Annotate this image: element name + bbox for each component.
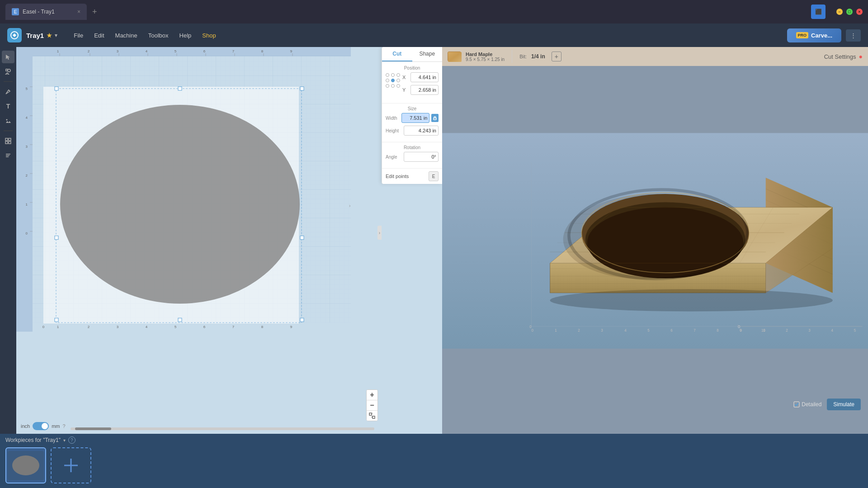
svg-text:4: 4 [26,116,28,120]
workpieces-header: Workpieces for "Tray1" ▾ ? [5,436,863,444]
zoom-out-button[interactable]: − [367,400,377,410]
height-input[interactable] [404,126,439,136]
position-anchor-grid[interactable] [386,73,401,89]
svg-text:5: 5 [854,328,856,333]
workpiece-1-thumbnail[interactable] [5,447,46,483]
svg-marker-1 [6,55,10,60]
anchor-mc[interactable] [391,79,395,82]
svg-rect-68 [300,236,304,239]
tab-close-button[interactable]: × [77,9,80,15]
menu-edit[interactable]: Edit [89,29,109,42]
anchor-tl[interactable] [386,73,389,77]
detailed-checkbox[interactable]: Detailed [793,401,821,408]
width-input[interactable] [401,113,429,123]
svg-rect-69 [55,318,58,322]
svg-rect-16 [33,47,351,56]
svg-text:8: 8 [717,328,719,333]
x-position-input[interactable] [410,72,439,82]
angle-input[interactable] [404,152,439,162]
unit-inch-label: inch [21,423,30,429]
zoom-controls: + − [366,389,378,421]
close-window-button[interactable]: × [856,9,863,15]
angle-row: Angle [386,152,439,162]
svg-text:3: 3 [808,328,811,333]
favorite-star-icon[interactable]: ★ [47,32,52,39]
browser-chrome: E Easel - Tray1 × + ⬛ − □ × [0,0,868,23]
bit-label: Bit: [519,54,527,59]
anchor-bc[interactable] [391,84,395,88]
zoom-reset-button[interactable] [367,411,377,421]
browser-tab[interactable]: E Easel - Tray1 × [5,4,87,20]
svg-text:7: 7 [232,49,235,53]
anchor-tr[interactable] [396,73,400,77]
svg-text:8: 8 [261,325,264,329]
svg-text:7: 7 [693,328,696,333]
size-section: Size Width Height [382,103,442,142]
add-material-button[interactable]: + [552,52,561,61]
svg-rect-75 [434,118,436,120]
menu-help[interactable]: Help [174,29,197,42]
tool-image[interactable] [2,114,14,127]
anchor-br[interactable] [396,84,400,88]
anchor-ml[interactable] [386,79,389,82]
menu-toolbox[interactable]: Toolbox [143,29,174,42]
canvas-area[interactable]: 1 2 3 4 5 6 7 8 9 5 4 3 2 1 [16,47,442,434]
tool-grid[interactable] [2,135,14,147]
browser-profile-icon[interactable]: ⬛ [811,5,826,19]
header-divider [512,50,512,63]
minimize-button[interactable]: − [836,9,843,15]
svg-rect-8 [9,138,11,141]
unit-toggle-switch[interactable] [33,422,49,430]
svg-text:3: 3 [117,325,119,329]
unit-mm-label: mm [52,423,60,429]
workpieces-list [5,447,863,483]
maximize-button[interactable]: □ [846,9,853,15]
svg-text:4: 4 [146,325,148,329]
horizontal-scrollbar[interactable] [71,427,374,430]
zoom-in-button[interactable]: + [367,390,377,400]
scrollbar-thumb[interactable] [75,427,111,430]
rotation-label: Rotation [386,145,439,150]
anchor-tc[interactable] [391,73,395,77]
x-position-row: X [402,72,439,82]
panel-scroll-arrow[interactable]: › [377,225,382,239]
carve-button[interactable]: PRO Carve... [787,28,842,42]
tab-cut[interactable]: Cut [382,47,412,61]
wood-name: Hard Maple [466,52,505,57]
canvas-svg: 1 2 3 4 5 6 7 8 9 5 4 3 2 1 [16,47,351,332]
tab-title: Easel - Tray1 [23,9,74,15]
svg-rect-71 [300,318,304,322]
menu-shop[interactable]: Shop [197,29,221,42]
simulate-button[interactable]: Simulate [827,399,861,410]
svg-rect-15 [16,47,33,56]
tab-shape[interactable]: Shape [412,47,443,61]
tool-align[interactable] [2,149,14,162]
svg-text:2: 2 [578,328,580,333]
svg-text:2: 2 [786,328,788,333]
lock-aspect-ratio-button[interactable] [431,114,439,122]
y-position-input[interactable] [410,85,439,95]
svg-rect-9 [5,141,8,144]
workpieces-help-button[interactable]: ? [68,436,75,444]
unit-toggle[interactable]: inch mm ? [21,422,66,430]
height-row: Height [386,126,439,136]
menu-machine[interactable]: Machine [110,29,143,42]
workpieces-caret-icon[interactable]: ▾ [63,438,66,443]
toolbar-extra-button[interactable]: ⋮ [846,29,861,42]
add-workpiece-button[interactable] [51,447,91,483]
app-container: Tray1 ★ ▾ File Edit Machine Toolbox Help… [0,23,868,488]
new-tab-button[interactable]: + [92,7,97,17]
anchor-bl[interactable] [386,84,389,88]
tool-shapes[interactable] [2,65,14,78]
menu-file[interactable]: File [68,29,89,42]
tool-select[interactable] [2,51,14,63]
anchor-mr[interactable] [396,79,400,82]
project-caret-icon[interactable]: ▾ [55,33,57,38]
cut-settings-error-icon: ● [859,53,863,60]
edit-points-button[interactable]: E [429,171,439,181]
tool-text[interactable]: T [2,100,14,113]
svg-text:9: 9 [290,325,292,329]
tool-pen[interactable] [2,85,14,98]
wood-info: Hard Maple 9.5 × 5.75 × 1.25 in [466,52,505,62]
svg-point-63 [60,105,300,304]
